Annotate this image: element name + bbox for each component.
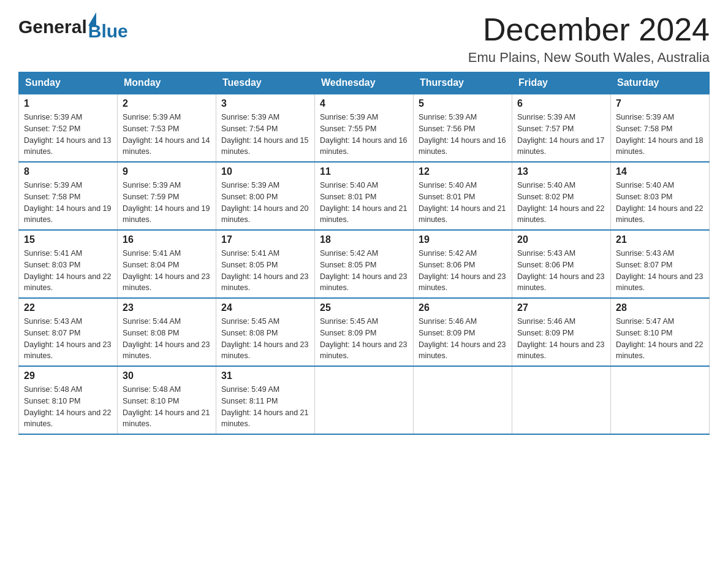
sunrise-text: Sunrise: 5:39 AM <box>320 112 408 123</box>
day-info: Sunrise: 5:39 AMSunset: 7:54 PMDaylight:… <box>221 112 309 158</box>
table-row: 17Sunrise: 5:41 AMSunset: 8:05 PMDayligh… <box>216 230 315 298</box>
day-number: 2 <box>123 98 211 109</box>
table-row: 6Sunrise: 5:39 AMSunset: 7:57 PMDaylight… <box>512 94 611 162</box>
table-row: 15Sunrise: 5:41 AMSunset: 8:03 PMDayligh… <box>19 230 118 298</box>
day-info: Sunrise: 5:47 AMSunset: 8:10 PMDaylight:… <box>616 316 704 362</box>
daylight-text: Daylight: 14 hours and 22 minutes. <box>24 271 112 294</box>
table-row: 8Sunrise: 5:39 AMSunset: 7:58 PMDaylight… <box>19 162 118 230</box>
daylight-text: Daylight: 14 hours and 21 minutes. <box>123 407 211 431</box>
sunset-text: Sunset: 7:52 PM <box>24 123 112 135</box>
day-info: Sunrise: 5:41 AMSunset: 8:05 PMDaylight:… <box>221 248 309 294</box>
calendar-week-row: 15Sunrise: 5:41 AMSunset: 8:03 PMDayligh… <box>19 230 710 298</box>
sunset-text: Sunset: 7:54 PM <box>221 123 309 135</box>
table-row: 12Sunrise: 5:40 AMSunset: 8:01 PMDayligh… <box>414 162 512 230</box>
day-info: Sunrise: 5:46 AMSunset: 8:09 PMDaylight:… <box>419 316 507 362</box>
day-info: Sunrise: 5:39 AMSunset: 7:58 PMDaylight:… <box>24 180 112 226</box>
sunset-text: Sunset: 7:57 PM <box>517 123 605 135</box>
sunset-text: Sunset: 8:08 PM <box>221 327 309 339</box>
day-info: Sunrise: 5:39 AMSunset: 7:57 PMDaylight:… <box>517 112 605 158</box>
sunrise-text: Sunrise: 5:43 AM <box>24 316 112 327</box>
sunset-text: Sunset: 7:55 PM <box>320 123 408 135</box>
table-row: 10Sunrise: 5:39 AMSunset: 8:00 PMDayligh… <box>216 162 315 230</box>
day-number: 30 <box>123 370 211 381</box>
day-number: 15 <box>24 234 112 245</box>
calendar-title-area: December 2024 Emu Plains, New South Wale… <box>468 12 710 66</box>
sunset-text: Sunset: 8:07 PM <box>24 327 112 339</box>
table-row: 22Sunrise: 5:43 AMSunset: 8:07 PMDayligh… <box>19 298 118 366</box>
page-header: General Blue December 2024 Emu Plains, N… <box>18 12 710 66</box>
day-number: 18 <box>320 234 408 245</box>
table-row: 9Sunrise: 5:39 AMSunset: 7:59 PMDaylight… <box>118 162 216 230</box>
day-info: Sunrise: 5:43 AMSunset: 8:07 PMDaylight:… <box>616 248 704 294</box>
table-row: 29Sunrise: 5:48 AMSunset: 8:10 PMDayligh… <box>19 366 118 434</box>
sunrise-text: Sunrise: 5:47 AM <box>616 316 704 327</box>
day-info: Sunrise: 5:39 AMSunset: 7:59 PMDaylight:… <box>123 180 211 226</box>
table-row: 19Sunrise: 5:42 AMSunset: 8:06 PMDayligh… <box>414 230 512 298</box>
sunrise-text: Sunrise: 5:39 AM <box>123 180 211 191</box>
daylight-text: Daylight: 14 hours and 17 minutes. <box>517 135 605 158</box>
daylight-text: Daylight: 14 hours and 22 minutes. <box>24 407 112 431</box>
day-info: Sunrise: 5:39 AMSunset: 7:55 PMDaylight:… <box>320 112 408 158</box>
day-info: Sunrise: 5:39 AMSunset: 7:53 PMDaylight:… <box>123 112 211 158</box>
table-row: 20Sunrise: 5:43 AMSunset: 8:06 PMDayligh… <box>512 230 611 298</box>
daylight-text: Daylight: 14 hours and 22 minutes. <box>616 339 704 362</box>
day-number: 11 <box>320 166 408 177</box>
col-header-saturday: Saturday <box>611 72 710 94</box>
sunset-text: Sunset: 7:58 PM <box>24 191 112 203</box>
daylight-text: Daylight: 14 hours and 23 minutes. <box>419 271 507 294</box>
sunrise-text: Sunrise: 5:40 AM <box>419 180 507 191</box>
table-row <box>414 366 512 434</box>
table-row: 23Sunrise: 5:44 AMSunset: 8:08 PMDayligh… <box>118 298 216 366</box>
day-number: 24 <box>221 302 309 313</box>
day-number: 20 <box>517 234 605 245</box>
day-number: 31 <box>221 370 309 381</box>
calendar-week-row: 8Sunrise: 5:39 AMSunset: 7:58 PMDaylight… <box>19 162 710 230</box>
daylight-text: Daylight: 14 hours and 23 minutes. <box>616 271 704 294</box>
sunset-text: Sunset: 8:02 PM <box>517 191 605 203</box>
sunset-text: Sunset: 8:09 PM <box>320 327 408 339</box>
day-number: 26 <box>419 302 507 313</box>
table-row: 7Sunrise: 5:39 AMSunset: 7:58 PMDaylight… <box>611 94 710 162</box>
sunset-text: Sunset: 8:06 PM <box>517 259 605 271</box>
day-number: 13 <box>517 166 605 177</box>
day-info: Sunrise: 5:40 AMSunset: 8:02 PMDaylight:… <box>517 180 605 226</box>
day-info: Sunrise: 5:44 AMSunset: 8:08 PMDaylight:… <box>123 316 211 362</box>
table-row: 18Sunrise: 5:42 AMSunset: 8:05 PMDayligh… <box>315 230 414 298</box>
calendar-header-row: Sunday Monday Tuesday Wednesday Thursday… <box>19 72 710 94</box>
sunset-text: Sunset: 8:04 PM <box>123 259 211 271</box>
daylight-text: Daylight: 14 hours and 22 minutes. <box>517 203 605 226</box>
sunrise-text: Sunrise: 5:43 AM <box>616 248 704 259</box>
day-info: Sunrise: 5:41 AMSunset: 8:04 PMDaylight:… <box>123 248 211 294</box>
sunrise-text: Sunrise: 5:46 AM <box>517 316 605 327</box>
daylight-text: Daylight: 14 hours and 23 minutes. <box>221 339 309 362</box>
day-info: Sunrise: 5:39 AMSunset: 7:58 PMDaylight:… <box>616 112 704 158</box>
sunset-text: Sunset: 8:10 PM <box>123 396 211 407</box>
daylight-text: Daylight: 14 hours and 22 minutes. <box>616 203 704 226</box>
table-row: 2Sunrise: 5:39 AMSunset: 7:53 PMDaylight… <box>118 94 216 162</box>
table-row: 31Sunrise: 5:49 AMSunset: 8:11 PMDayligh… <box>216 366 315 434</box>
sunrise-text: Sunrise: 5:41 AM <box>221 248 309 259</box>
sunrise-text: Sunrise: 5:39 AM <box>419 112 507 123</box>
table-row <box>315 366 414 434</box>
day-number: 12 <box>419 166 507 177</box>
day-number: 25 <box>320 302 408 313</box>
day-number: 21 <box>616 234 704 245</box>
day-info: Sunrise: 5:46 AMSunset: 8:09 PMDaylight:… <box>517 316 605 362</box>
sunset-text: Sunset: 8:08 PM <box>123 327 211 339</box>
sunset-text: Sunset: 8:03 PM <box>24 259 112 271</box>
sunset-text: Sunset: 8:10 PM <box>616 327 704 339</box>
sunset-text: Sunset: 8:00 PM <box>221 191 309 203</box>
logo-blue-section: Blue <box>88 12 128 42</box>
day-info: Sunrise: 5:42 AMSunset: 8:05 PMDaylight:… <box>320 248 408 294</box>
table-row: 28Sunrise: 5:47 AMSunset: 8:10 PMDayligh… <box>611 298 710 366</box>
daylight-text: Daylight: 14 hours and 23 minutes. <box>221 271 309 294</box>
table-row: 21Sunrise: 5:43 AMSunset: 8:07 PMDayligh… <box>611 230 710 298</box>
sunrise-text: Sunrise: 5:44 AM <box>123 316 211 327</box>
sunrise-text: Sunrise: 5:39 AM <box>517 112 605 123</box>
col-header-tuesday: Tuesday <box>216 72 315 94</box>
day-info: Sunrise: 5:39 AMSunset: 8:00 PMDaylight:… <box>221 180 309 226</box>
day-info: Sunrise: 5:41 AMSunset: 8:03 PMDaylight:… <box>24 248 112 294</box>
day-number: 6 <box>517 98 605 109</box>
daylight-text: Daylight: 14 hours and 23 minutes. <box>517 271 605 294</box>
day-info: Sunrise: 5:39 AMSunset: 7:56 PMDaylight:… <box>419 112 507 158</box>
